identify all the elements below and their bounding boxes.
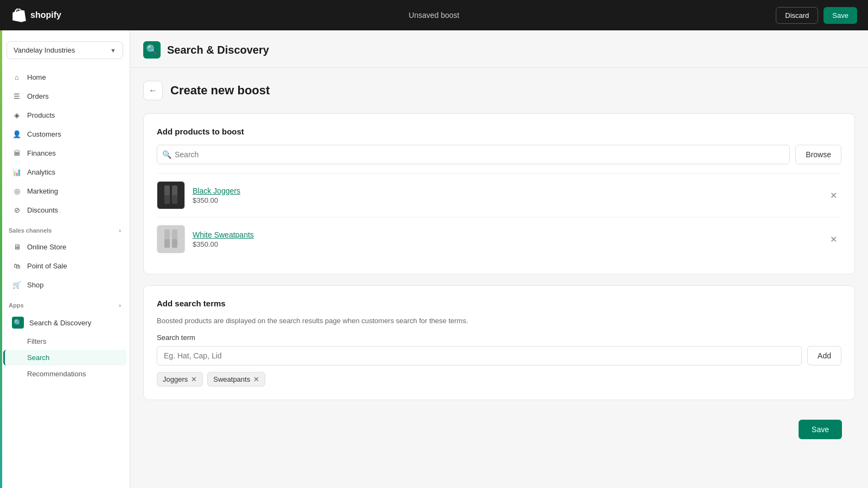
store-selector[interactable]: Vandelay Industries ▼ xyxy=(7,41,123,59)
customers-icon: 👤 xyxy=(12,129,22,139)
tag-label-sweatpants: Sweatpants xyxy=(213,375,250,383)
page-header: 🔍 Search & Discovery xyxy=(130,30,868,68)
svg-rect-5 xyxy=(172,229,177,240)
back-arrow-icon: ← xyxy=(149,86,157,95)
shopify-logo: shopify xyxy=(11,8,61,23)
add-products-title: Add products to boost xyxy=(157,127,841,136)
product-search-wrap: 🔍 xyxy=(157,145,790,164)
boost-title: Create new boost xyxy=(170,84,270,98)
svg-rect-0 xyxy=(164,185,170,196)
sidebar-sub-item-filters[interactable]: Filters xyxy=(3,333,126,349)
save-bottom-button[interactable]: Save xyxy=(799,420,842,439)
search-term-input[interactable] xyxy=(157,346,802,365)
sidebar-item-discounts[interactable]: ⊘ Discounts xyxy=(3,201,126,219)
sidebar-item-shop[interactable]: 🛒 Shop xyxy=(3,275,126,294)
sales-channels-label: Sales channels xyxy=(9,227,52,234)
search-terms-tags: Joggers ✕ Sweatpants ✕ xyxy=(157,372,841,387)
back-button[interactable]: ← xyxy=(143,81,163,100)
search-terms-description: Boosted products are displayed on the se… xyxy=(157,317,841,325)
sales-channels-section-header: Sales channels › xyxy=(0,220,130,237)
discounts-icon: ⊘ xyxy=(12,205,22,215)
home-icon: ⌂ xyxy=(12,72,22,82)
sidebar-item-orders[interactable]: ☰ Orders xyxy=(3,87,126,105)
finances-icon: 🏛 xyxy=(12,148,22,158)
search-term-label: Search term xyxy=(157,333,841,342)
product-image-black-joggers xyxy=(157,181,185,209)
chevron-right-icon: › xyxy=(119,302,121,309)
sidebar-item-marketing[interactable]: ◎ Marketing xyxy=(3,182,126,200)
sidebar-item-analytics[interactable]: 📊 Analytics xyxy=(3,163,126,181)
discard-button[interactable]: Discard xyxy=(776,7,818,24)
tag-label-joggers: Joggers xyxy=(163,375,188,383)
add-products-card: Add products to boost 🔍 Browse xyxy=(143,113,855,274)
sidebar-item-label: Finances xyxy=(27,149,56,157)
product-price-white-sweatpants: $350.00 xyxy=(193,240,818,248)
sidebar-item-label: Search & Discovery xyxy=(29,319,91,327)
svg-rect-7 xyxy=(172,239,177,248)
sidebar-item-finances[interactable]: 🏛 Finances xyxy=(3,144,126,162)
bottom-save-area: Save xyxy=(143,411,855,448)
search-discovery-icon: 🔍 xyxy=(12,317,24,329)
sidebar-item-label: Shop xyxy=(27,281,43,289)
sidebar-item-search-discovery[interactable]: 🔍 Search & Discovery xyxy=(3,312,126,333)
page-header-title: Search & Discovery xyxy=(167,44,269,56)
analytics-icon: 📊 xyxy=(12,167,22,177)
product-price-black-joggers: $350.00 xyxy=(193,196,818,204)
tag-joggers: Joggers ✕ xyxy=(157,372,203,387)
search-terms-card: Add search terms Boosted products are di… xyxy=(143,285,855,400)
chevron-down-icon: ▼ xyxy=(110,47,116,54)
save-top-button[interactable]: Save xyxy=(824,7,857,24)
remove-white-sweatpants-button[interactable]: ✕ xyxy=(826,232,841,247)
main-layout: Vandelay Industries ▼ ⌂ Home ☰ Orders ◈ … xyxy=(0,30,868,488)
page-header-icon: 🔍 xyxy=(143,41,161,59)
top-nav-actions: Discard Save xyxy=(776,7,857,24)
remove-black-joggers-button[interactable]: ✕ xyxy=(826,188,841,203)
product-row-white-sweatpants: White Sweatpants $350.00 ✕ xyxy=(157,217,841,261)
browse-button[interactable]: Browse xyxy=(795,145,841,164)
product-row-black-joggers: Black Joggers $350.00 ✕ xyxy=(157,173,841,217)
product-info-black-joggers: Black Joggers $350.00 xyxy=(193,187,818,204)
sidebar-item-label: Orders xyxy=(27,92,49,100)
svg-rect-3 xyxy=(172,195,177,204)
sidebar-item-home[interactable]: ⌂ Home xyxy=(3,68,126,86)
sidebar-item-point-of-sale[interactable]: 🛍 Point of Sale xyxy=(3,256,126,275)
sidebar-item-customers[interactable]: 👤 Customers xyxy=(3,125,126,143)
recommendations-label: Recommendations xyxy=(27,370,86,378)
remove-tag-sweatpants-button[interactable]: ✕ xyxy=(253,376,259,383)
sidebar-item-label: Customers xyxy=(27,130,61,138)
page-title-nav: Unsaved boost xyxy=(409,11,459,20)
main-nav: ⌂ Home ☰ Orders ◈ Products 👤 Customers 🏛… xyxy=(0,68,130,219)
store-name: Vandelay Industries xyxy=(14,46,75,54)
sidebar-sub-item-search[interactable]: Search xyxy=(3,350,126,365)
filters-label: Filters xyxy=(27,337,46,345)
sidebar-item-label: Discounts xyxy=(27,206,58,214)
sidebar-item-label: Home xyxy=(27,73,46,81)
sidebar-item-online-store[interactable]: 🖥 Online Store xyxy=(3,237,126,256)
sidebar-item-products[interactable]: ◈ Products xyxy=(3,106,126,124)
left-decoration-bar xyxy=(0,30,2,488)
product-search-input[interactable] xyxy=(157,145,790,164)
product-name-black-joggers[interactable]: Black Joggers xyxy=(193,187,818,195)
page-body: ← Create new boost Add products to boost… xyxy=(130,68,868,461)
marketing-icon: ◎ xyxy=(12,186,22,196)
add-term-button[interactable]: Add xyxy=(807,346,841,365)
logo-text: shopify xyxy=(30,10,61,20)
svg-rect-1 xyxy=(172,185,177,196)
svg-rect-6 xyxy=(164,239,170,248)
sidebar-sub-item-recommendations[interactable]: Recommendations xyxy=(3,366,126,382)
svg-rect-2 xyxy=(164,195,170,204)
sidebar-item-label: Products xyxy=(27,111,55,119)
product-search-row: 🔍 Browse xyxy=(157,145,841,164)
chevron-right-icon: › xyxy=(119,227,121,234)
shop-icon: 🛒 xyxy=(12,280,22,290)
sidebar: Vandelay Industries ▼ ⌂ Home ☰ Orders ◈ … xyxy=(0,30,130,488)
product-name-white-sweatpants[interactable]: White Sweatpants xyxy=(193,230,818,239)
product-info-white-sweatpants: White Sweatpants $350.00 xyxy=(193,230,818,248)
remove-tag-joggers-button[interactable]: ✕ xyxy=(191,376,197,383)
boost-header: ← Create new boost xyxy=(143,81,855,100)
top-navigation: shopify Unsaved boost Discard Save xyxy=(0,0,868,30)
search-terms-title: Add search terms xyxy=(157,299,841,308)
search-label: Search xyxy=(27,354,49,362)
products-icon: ◈ xyxy=(12,110,22,120)
sidebar-item-label: Point of Sale xyxy=(27,262,67,270)
